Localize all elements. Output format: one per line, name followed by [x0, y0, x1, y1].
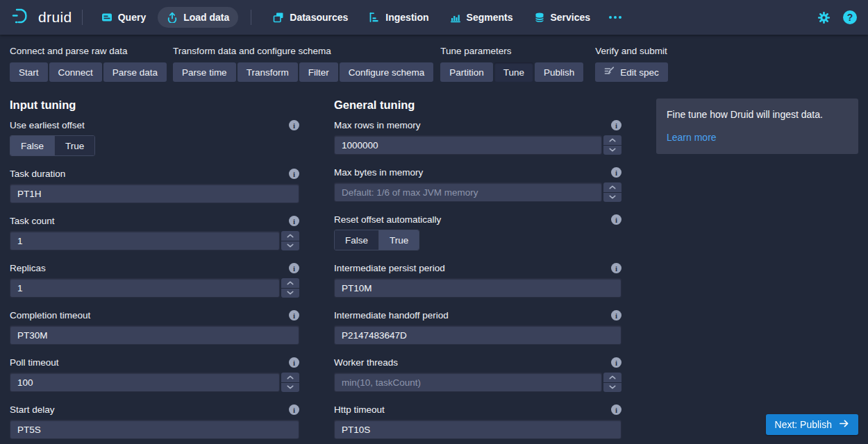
toggle-true-button[interactable]: True [54, 136, 94, 155]
info-icon[interactable] [289, 404, 299, 415]
info-icon[interactable] [289, 216, 299, 226]
use-earliest-offset-toggle: False True [10, 135, 95, 156]
field-intermediate-persist-period: Intermediate persist period [334, 263, 621, 298]
step-button-edit-spec[interactable]: Edit spec [595, 62, 668, 82]
tune-step-content: Input tuning Use earliest offset False T… [0, 82, 868, 444]
section-title-general-tuning: General tuning [334, 99, 621, 112]
decrement-button[interactable] [603, 383, 621, 393]
task-count-input[interactable] [10, 231, 280, 250]
field-reset-offset-automatically: Reset offset automatically False True [334, 214, 621, 250]
info-icon[interactable] [611, 167, 621, 178]
intermediate-persist-period-input[interactable] [334, 278, 621, 298]
info-icon[interactable] [611, 310, 621, 321]
edit-spec-icon [604, 66, 615, 78]
field-label: Task count [10, 216, 55, 226]
flow-icon [369, 12, 380, 23]
info-icon[interactable] [611, 404, 621, 415]
info-icon[interactable] [611, 214, 621, 225]
console-icon [101, 12, 112, 23]
general-tuning-column: General tuning Max rows in memory Max by… [334, 99, 621, 444]
field-label: Use earliest offset [10, 120, 85, 130]
field-worker-threads: Worker threads [334, 357, 621, 392]
decrement-button[interactable] [281, 383, 299, 393]
info-icon[interactable] [611, 263, 621, 273]
nav-divider [82, 10, 83, 25]
step-button-transform[interactable]: Transform [237, 62, 298, 82]
nav-item-load-data[interactable]: Load data [158, 7, 238, 28]
replicas-input[interactable] [10, 278, 280, 298]
info-icon[interactable] [611, 120, 621, 130]
nav-item-ingestion[interactable]: Ingestion [360, 7, 437, 28]
number-stepper [603, 182, 621, 202]
nav-item-services[interactable]: Services [525, 7, 600, 28]
increment-button[interactable] [281, 278, 299, 288]
info-icon[interactable] [289, 120, 299, 130]
decrement-button[interactable] [603, 193, 621, 203]
step-button-publish[interactable]: Publish [535, 62, 583, 82]
increment-button[interactable] [281, 373, 299, 382]
increment-button[interactable] [281, 231, 299, 241]
toggle-true-button[interactable]: True [378, 230, 419, 250]
step-button-partition[interactable]: Partition [440, 62, 493, 82]
help-icon[interactable]: ? [843, 10, 857, 24]
nav-more-button[interactable] [602, 11, 628, 24]
step-button-parse-time[interactable]: Parse time [173, 62, 236, 82]
nav-item-datasources[interactable]: Datasources [264, 7, 357, 28]
arrow-right-icon [839, 418, 849, 431]
number-stepper [281, 373, 299, 392]
step-group-tune: Tune parameters Partition Tune Publish [440, 46, 583, 82]
number-stepper [603, 373, 621, 392]
nav-divider [251, 10, 251, 25]
learn-more-link[interactable]: Learn more [667, 132, 717, 143]
worker-threads-input[interactable] [334, 373, 602, 392]
field-label: Reset offset automatically [334, 214, 441, 225]
step-button-start[interactable]: Start [10, 62, 48, 82]
field-task-duration: Task duration [10, 169, 299, 203]
next-publish-button[interactable]: Next: Publish [766, 414, 858, 435]
intermediate-handoff-period-input[interactable] [334, 325, 621, 345]
number-stepper [281, 231, 299, 250]
step-button-tune[interactable]: Tune [494, 62, 533, 82]
field-label: Completion timeout [10, 310, 90, 321]
toggle-false-button[interactable]: False [10, 136, 54, 155]
step-button-parse-data[interactable]: Parse data [103, 62, 167, 82]
increment-button[interactable] [603, 135, 621, 145]
number-stepper [281, 278, 299, 298]
decrement-button[interactable] [281, 241, 299, 251]
poll-timeout-input[interactable] [10, 373, 280, 392]
section-title-input-tuning: Input tuning [10, 99, 299, 112]
decrement-button[interactable] [603, 146, 621, 155]
start-delay-input[interactable] [10, 420, 299, 439]
max-bytes-in-memory-input[interactable] [334, 182, 602, 202]
toggle-false-button[interactable]: False [335, 230, 378, 250]
task-duration-input[interactable] [10, 184, 299, 203]
nav-item-segments[interactable]: Segments [441, 7, 522, 28]
info-icon[interactable] [289, 169, 299, 179]
brand-name: druid [38, 9, 72, 26]
decrement-button[interactable] [281, 289, 299, 298]
next-publish-label: Next: Publish [775, 419, 832, 430]
completion-timeout-input[interactable] [10, 325, 299, 345]
field-intermediate-handoff-period: Intermediate handoff period [334, 310, 621, 345]
top-navbar: druid Query Load data [0, 0, 868, 35]
field-http-timeout: Http timeout [334, 404, 621, 439]
info-icon[interactable] [289, 263, 299, 273]
info-icon[interactable] [289, 310, 299, 321]
druid-logo[interactable]: druid [11, 6, 72, 28]
nav-item-query[interactable]: Query [92, 7, 155, 28]
step-button-connect[interactable]: Connect [49, 62, 102, 82]
gear-icon[interactable] [817, 11, 831, 24]
field-label: Intermediate persist period [334, 263, 445, 273]
increment-button[interactable] [603, 182, 621, 192]
reset-offset-toggle: False True [334, 230, 419, 250]
field-label: Poll timeout [10, 357, 59, 368]
step-button-configure-schema[interactable]: Configure schema [340, 62, 434, 82]
step-button-filter[interactable]: Filter [299, 62, 338, 82]
http-timeout-input[interactable] [334, 420, 621, 439]
field-label: Start delay [10, 404, 55, 415]
max-rows-in-memory-input[interactable] [334, 135, 602, 155]
field-label: Max rows in memory [334, 120, 421, 130]
info-icon[interactable] [611, 357, 621, 368]
increment-button[interactable] [603, 373, 621, 382]
info-icon[interactable] [289, 357, 299, 368]
